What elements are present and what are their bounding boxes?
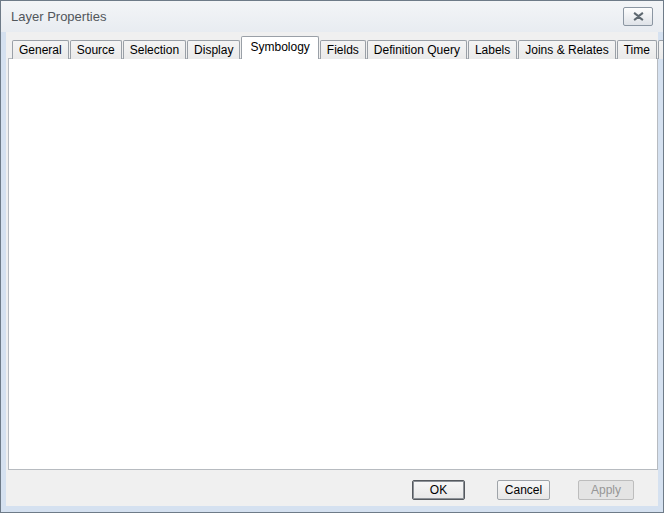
tab-display[interactable]: Display [187,40,240,59]
tab-definition-query[interactable]: Definition Query [367,40,467,59]
cancel-button[interactable]: Cancel [497,480,550,500]
apply-button[interactable]: Apply [578,480,634,500]
tab-fields[interactable]: Fields [320,40,366,59]
tab-time[interactable]: Time [617,40,657,59]
close-icon [633,12,644,21]
tab-html-popup[interactable]: HTML Popup [658,40,664,59]
tab-general[interactable]: General [12,40,69,59]
window-title: Layer Properties [11,9,106,24]
tab-labels[interactable]: Labels [468,40,517,59]
symbology-tab-page [8,58,658,470]
titlebar: Layer Properties [1,1,663,32]
tab-joins-relates[interactable]: Joins & Relates [518,40,615,59]
tab-symbology[interactable]: Symbology [241,36,318,59]
tab-source[interactable]: Source [70,40,122,59]
close-button[interactable] [623,7,653,26]
layer-properties-dialog: Layer Properties General Source Selectio… [0,0,664,513]
tab-selection[interactable]: Selection [123,40,186,59]
tab-strip: General Source Selection Display Symbolo… [12,36,664,59]
ok-button[interactable]: OK [412,480,465,500]
